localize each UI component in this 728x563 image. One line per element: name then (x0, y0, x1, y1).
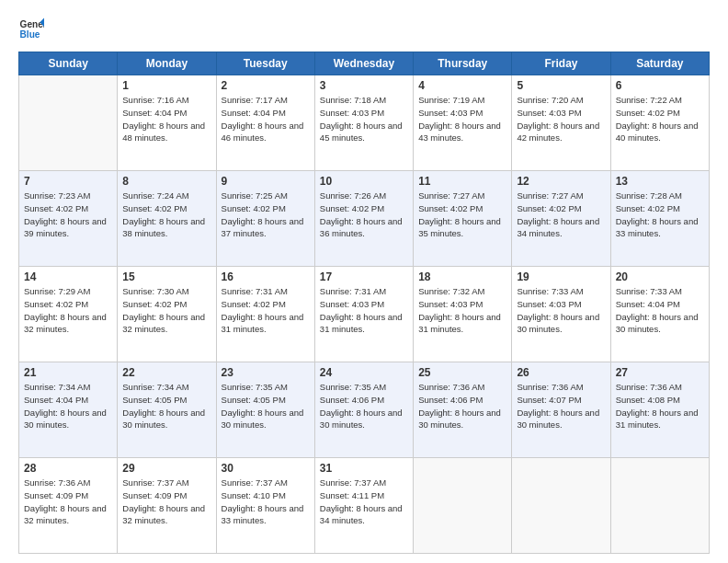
calendar-cell: 24 Sunrise: 7:35 AM Sunset: 4:06 PM Dayl… (314, 362, 413, 458)
page: General Blue SundayMondayTuesdayWednesda… (0, 0, 728, 563)
calendar-cell: 14 Sunrise: 7:29 AM Sunset: 4:02 PM Dayl… (19, 267, 118, 362)
weekday-header: Thursday (414, 52, 512, 75)
calendar-cell: 21 Sunrise: 7:34 AM Sunset: 4:04 PM Dayl… (19, 362, 118, 458)
calendar-cell: 1 Sunrise: 7:16 AM Sunset: 4:04 PM Dayli… (118, 75, 216, 171)
weekday-header: Sunday (19, 52, 118, 75)
calendar-week-row: 14 Sunrise: 7:29 AM Sunset: 4:02 PM Dayl… (19, 267, 710, 362)
day-info: Sunrise: 7:25 AM Sunset: 4:02 PM Dayligh… (222, 190, 310, 240)
day-number: 4 (418, 79, 506, 92)
day-number: 1 (122, 79, 210, 92)
day-info: Sunrise: 7:30 AM Sunset: 4:02 PM Dayligh… (122, 285, 210, 336)
day-number: 14 (24, 270, 112, 283)
calendar-cell: 22 Sunrise: 7:34 AM Sunset: 4:05 PM Dayl… (118, 362, 216, 458)
calendar-cell: 13 Sunrise: 7:28 AM Sunset: 4:02 PM Dayl… (610, 171, 709, 267)
day-info: Sunrise: 7:17 AM Sunset: 4:04 PM Dayligh… (222, 94, 310, 144)
calendar-cell: 20 Sunrise: 7:33 AM Sunset: 4:04 PM Dayl… (610, 267, 709, 362)
day-info: Sunrise: 7:33 AM Sunset: 4:03 PM Dayligh… (517, 285, 605, 336)
calendar-cell: 7 Sunrise: 7:23 AM Sunset: 4:02 PM Dayli… (19, 171, 118, 267)
logo-icon: General Blue (18, 17, 44, 42)
calendar-cell: 9 Sunrise: 7:25 AM Sunset: 4:02 PM Dayli… (216, 171, 314, 267)
day-number: 10 (320, 175, 408, 188)
day-number: 16 (222, 270, 310, 283)
day-number: 8 (122, 175, 210, 188)
calendar-cell: 18 Sunrise: 7:32 AM Sunset: 4:03 PM Dayl… (414, 267, 512, 362)
day-info: Sunrise: 7:26 AM Sunset: 4:02 PM Dayligh… (320, 190, 408, 240)
day-number: 28 (24, 462, 112, 475)
weekday-header: Wednesday (314, 52, 413, 75)
day-info: Sunrise: 7:28 AM Sunset: 4:02 PM Dayligh… (616, 190, 704, 240)
day-info: Sunrise: 7:31 AM Sunset: 4:03 PM Dayligh… (320, 285, 408, 336)
calendar-week-row: 28 Sunrise: 7:36 AM Sunset: 4:09 PM Dayl… (19, 458, 710, 554)
calendar-table: SundayMondayTuesdayWednesdayThursdayFrid… (18, 52, 710, 554)
calendar-cell: 10 Sunrise: 7:26 AM Sunset: 4:02 PM Dayl… (314, 171, 413, 267)
header: General Blue (18, 17, 710, 42)
day-info: Sunrise: 7:29 AM Sunset: 4:02 PM Dayligh… (24, 285, 112, 336)
calendar-cell: 16 Sunrise: 7:31 AM Sunset: 4:02 PM Dayl… (216, 267, 314, 362)
day-info: Sunrise: 7:27 AM Sunset: 4:02 PM Dayligh… (517, 190, 605, 240)
day-info: Sunrise: 7:33 AM Sunset: 4:04 PM Dayligh… (616, 285, 704, 336)
weekday-header: Monday (118, 52, 216, 75)
day-number: 19 (517, 270, 605, 283)
svg-text:Blue: Blue (20, 29, 40, 40)
calendar-cell: 28 Sunrise: 7:36 AM Sunset: 4:09 PM Dayl… (19, 458, 118, 554)
day-info: Sunrise: 7:19 AM Sunset: 4:03 PM Dayligh… (418, 94, 506, 144)
day-info: Sunrise: 7:31 AM Sunset: 4:02 PM Dayligh… (222, 285, 310, 336)
day-number: 18 (418, 270, 506, 283)
day-info: Sunrise: 7:37 AM Sunset: 4:10 PM Dayligh… (222, 477, 310, 527)
day-number: 30 (222, 462, 310, 475)
calendar-cell: 5 Sunrise: 7:20 AM Sunset: 4:03 PM Dayli… (512, 75, 610, 171)
calendar-week-row: 1 Sunrise: 7:16 AM Sunset: 4:04 PM Dayli… (19, 75, 710, 171)
day-info: Sunrise: 7:18 AM Sunset: 4:03 PM Dayligh… (320, 94, 408, 144)
calendar-cell: 15 Sunrise: 7:30 AM Sunset: 4:02 PM Dayl… (118, 267, 216, 362)
calendar-week-row: 21 Sunrise: 7:34 AM Sunset: 4:04 PM Dayl… (19, 362, 710, 458)
day-number: 31 (320, 462, 408, 475)
day-info: Sunrise: 7:24 AM Sunset: 4:02 PM Dayligh… (122, 190, 210, 240)
day-number: 22 (122, 366, 210, 379)
calendar-cell (19, 75, 118, 171)
day-info: Sunrise: 7:20 AM Sunset: 4:03 PM Dayligh… (517, 94, 605, 144)
day-number: 13 (616, 175, 704, 188)
day-number: 12 (517, 175, 605, 188)
day-info: Sunrise: 7:37 AM Sunset: 4:09 PM Dayligh… (122, 477, 210, 527)
calendar-cell: 4 Sunrise: 7:19 AM Sunset: 4:03 PM Dayli… (414, 75, 512, 171)
day-info: Sunrise: 7:35 AM Sunset: 4:05 PM Dayligh… (222, 381, 310, 431)
day-info: Sunrise: 7:27 AM Sunset: 4:02 PM Dayligh… (418, 190, 506, 240)
day-number: 9 (222, 175, 310, 188)
day-number: 24 (320, 366, 408, 379)
calendar-cell: 12 Sunrise: 7:27 AM Sunset: 4:02 PM Dayl… (512, 171, 610, 267)
day-number: 6 (616, 79, 704, 92)
calendar-cell: 27 Sunrise: 7:36 AM Sunset: 4:08 PM Dayl… (610, 362, 709, 458)
day-info: Sunrise: 7:32 AM Sunset: 4:03 PM Dayligh… (418, 285, 506, 336)
weekday-header: Saturday (610, 52, 709, 75)
day-info: Sunrise: 7:36 AM Sunset: 4:08 PM Dayligh… (616, 381, 704, 431)
day-number: 2 (222, 79, 310, 92)
day-number: 7 (24, 175, 112, 188)
calendar-cell: 6 Sunrise: 7:22 AM Sunset: 4:02 PM Dayli… (610, 75, 709, 171)
calendar-cell: 31 Sunrise: 7:37 AM Sunset: 4:11 PM Dayl… (314, 458, 413, 554)
day-number: 23 (222, 366, 310, 379)
day-number: 3 (320, 79, 408, 92)
day-info: Sunrise: 7:36 AM Sunset: 4:09 PM Dayligh… (24, 477, 112, 527)
day-number: 27 (616, 366, 704, 379)
day-info: Sunrise: 7:22 AM Sunset: 4:02 PM Dayligh… (616, 94, 704, 144)
day-number: 11 (418, 175, 506, 188)
day-number: 29 (122, 462, 210, 475)
calendar-cell: 11 Sunrise: 7:27 AM Sunset: 4:02 PM Dayl… (414, 171, 512, 267)
day-info: Sunrise: 7:16 AM Sunset: 4:04 PM Dayligh… (122, 94, 210, 144)
day-number: 21 (24, 366, 112, 379)
calendar-cell: 30 Sunrise: 7:37 AM Sunset: 4:10 PM Dayl… (216, 458, 314, 554)
calendar-week-row: 7 Sunrise: 7:23 AM Sunset: 4:02 PM Dayli… (19, 171, 710, 267)
day-info: Sunrise: 7:36 AM Sunset: 4:07 PM Dayligh… (517, 381, 605, 431)
logo: General Blue (18, 17, 44, 42)
day-info: Sunrise: 7:34 AM Sunset: 4:05 PM Dayligh… (122, 381, 210, 431)
calendar-cell: 29 Sunrise: 7:37 AM Sunset: 4:09 PM Dayl… (118, 458, 216, 554)
day-number: 15 (122, 270, 210, 283)
day-number: 5 (517, 79, 605, 92)
calendar-cell: 26 Sunrise: 7:36 AM Sunset: 4:07 PM Dayl… (512, 362, 610, 458)
calendar-cell: 3 Sunrise: 7:18 AM Sunset: 4:03 PM Dayli… (314, 75, 413, 171)
day-info: Sunrise: 7:37 AM Sunset: 4:11 PM Dayligh… (320, 477, 408, 527)
day-info: Sunrise: 7:23 AM Sunset: 4:02 PM Dayligh… (24, 190, 112, 240)
calendar-cell (512, 458, 610, 554)
calendar-cell (414, 458, 512, 554)
calendar-cell: 17 Sunrise: 7:31 AM Sunset: 4:03 PM Dayl… (314, 267, 413, 362)
